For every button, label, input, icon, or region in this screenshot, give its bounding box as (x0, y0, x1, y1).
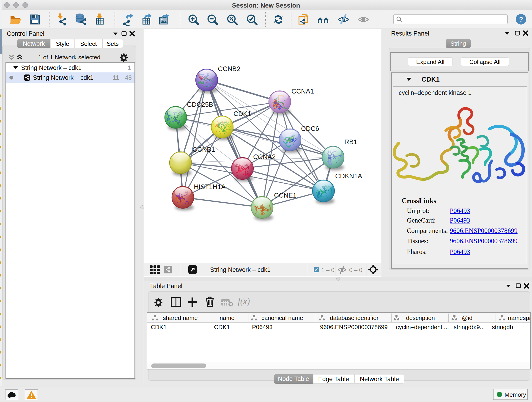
svg-text:CDC6: CDC6 (301, 125, 319, 132)
svg-text:RB1: RB1 (344, 138, 357, 146)
svg-text:CCNB2: CCNB2 (218, 65, 240, 72)
svg-text:CCNB1: CCNB1 (192, 146, 215, 153)
svg-text:CDK1: CDK1 (234, 110, 251, 117)
svg-text:CCNE1: CCNE1 (274, 191, 297, 199)
svg-text:CDKN1A: CDKN1A (335, 172, 362, 180)
svg-text:CDC25B: CDC25B (187, 101, 213, 108)
svg-text:CCNA1: CCNA1 (291, 88, 314, 95)
svg-text:HIST1H1A: HIST1H1A (194, 183, 226, 191)
svg-text:CCNA2: CCNA2 (253, 153, 276, 160)
